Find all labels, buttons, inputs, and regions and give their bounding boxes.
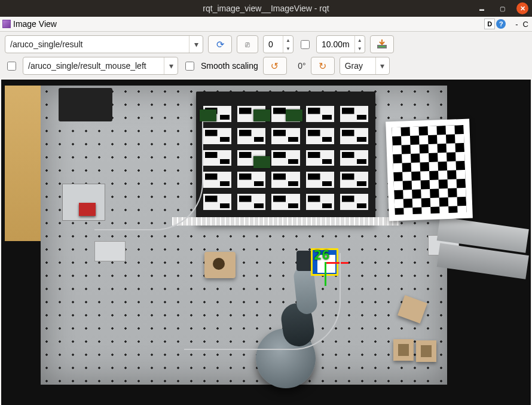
plugin-titlebar: Image View D ? - C — [0, 17, 532, 32]
wooden-desk — [5, 86, 41, 241]
window-title: rqt_image_view__ImageView - rqt — [0, 4, 532, 13]
rotate-cw-icon: ↻ — [319, 60, 326, 72]
aruco-tag — [271, 172, 299, 188]
color-mode-value: Gray — [340, 61, 375, 71]
toolbar: /aruco_single/result ▾ ⟳ ⎚ 0 ▲ ▼ 10.00m — [0, 32, 532, 78]
content-area: Image View D ? - C /aruco_single/result … — [0, 17, 532, 405]
window-titlebar: rqt_image_view__ImageView - rqt — [0, 0, 532, 17]
help-icon[interactable]: ? — [496, 19, 506, 29]
buffer-spin[interactable]: 0 ▲ ▼ — [263, 35, 293, 53]
wooden-block — [416, 340, 436, 362]
buffer-step-up[interactable]: ▲ — [283, 36, 293, 44]
aruco-tag — [237, 128, 265, 144]
image-view: 26 — [0, 78, 532, 405]
pause-icon: ⎚ — [245, 40, 250, 49]
topic-combo[interactable]: /aruco_single/result ▾ — [5, 35, 203, 53]
smooth-scaling-checkbox[interactable] — [185, 62, 194, 71]
calibration-checkerboard — [386, 119, 473, 221]
plugin-title-left: Image View — [2, 19, 57, 29]
aruco-tray — [196, 92, 375, 223]
aruco-tag — [203, 172, 231, 188]
aruco-tag — [306, 128, 334, 144]
aruco-tag — [237, 194, 265, 210]
aruco-tag — [271, 128, 299, 144]
aruco-tag — [340, 106, 368, 122]
aruco-tag — [340, 194, 368, 210]
plugin-logo-icon — [2, 20, 11, 28]
aruco-tag — [237, 172, 265, 188]
camera-scene: 26 — [5, 86, 527, 385]
aruco-tag — [306, 106, 334, 122]
checker-pattern — [392, 125, 466, 215]
chevron-down-icon: ▾ — [189, 36, 203, 53]
toolbar-row-1: /aruco_single/result ▾ ⟳ ⎚ 0 ▲ ▼ 10.00m — [5, 35, 527, 53]
buffer-value: 0 — [264, 39, 283, 49]
window-close-button[interactable] — [516, 2, 528, 14]
aruco-tag — [203, 150, 231, 166]
cutting-mat-ruler — [172, 217, 399, 226]
refresh-button[interactable]: ⟳ — [208, 35, 232, 53]
red-connector — [79, 203, 96, 216]
window-buttons — [476, 2, 532, 14]
plugin-title: Image View — [13, 19, 57, 29]
toolbar-row-2: /aruco_single/result_mouse_left ▾ Smooth… — [5, 57, 527, 75]
chevron-down-icon: ▾ — [164, 57, 178, 74]
pcb-board — [253, 109, 270, 121]
aruco-tag — [271, 150, 299, 166]
aruco-tag — [306, 194, 334, 210]
aruco-tag — [306, 150, 334, 166]
aruco-tag — [340, 150, 368, 166]
mouse-topic-combo[interactable]: /aruco_single/result_mouse_left ▾ — [23, 57, 178, 75]
pcb-board — [200, 109, 216, 121]
refresh-icon: ⟳ — [216, 39, 224, 50]
window-minimize-button[interactable] — [476, 2, 488, 14]
publish-mouse-checkbox[interactable] — [7, 62, 16, 71]
plugin-minimize-button[interactable]: - — [513, 20, 520, 29]
aruco-tag — [306, 172, 334, 188]
window-maximize-button[interactable] — [496, 2, 508, 14]
freeze-button[interactable]: ⎚ — [237, 35, 258, 53]
plugin-title-right: D ? - C — [484, 19, 530, 29]
aruco-tag — [271, 194, 299, 210]
camera-fixture — [59, 88, 112, 121]
range-step-down[interactable]: ▼ — [355, 44, 365, 53]
clamp-left — [94, 241, 126, 261]
aruco-grid — [203, 106, 368, 210]
smooth-scaling-label: Smooth scaling — [201, 61, 258, 71]
rotate-cw-button[interactable]: ↻ — [311, 57, 335, 75]
svg-rect-1 — [378, 46, 386, 47]
aruco-tag — [203, 194, 231, 210]
range-spin[interactable]: 10.00m ▲ ▼ — [316, 35, 365, 53]
chevron-down-icon: ▾ — [375, 57, 389, 74]
rotate-ccw-icon: ↻ — [271, 60, 279, 72]
rotation-label: 0° — [292, 61, 306, 71]
buffer-steppers: ▲ ▼ — [283, 36, 293, 53]
plugin-undock-button[interactable]: C — [522, 20, 530, 29]
image-frame[interactable]: 26 — [1, 80, 531, 405]
range-steppers: ▲ ▼ — [354, 36, 365, 53]
mouse-topic-value: /aruco_single/result_mouse_left — [23, 61, 164, 71]
save-button[interactable] — [370, 35, 394, 53]
wooden-block — [393, 339, 414, 361]
topic-combo-value: /aruco_single/result — [5, 39, 189, 49]
dynamic-range-checkbox[interactable] — [301, 40, 310, 49]
aruco-tag — [340, 128, 368, 144]
range-step-up[interactable]: ▲ — [355, 36, 365, 44]
cable — [94, 121, 203, 230]
cable — [184, 253, 341, 350]
pcb-board — [286, 109, 302, 121]
rotate-ccw-button[interactable]: ↻ — [263, 57, 287, 75]
buffer-step-down[interactable]: ▼ — [283, 44, 293, 53]
aruco-tag — [340, 172, 368, 188]
save-icon — [377, 39, 387, 49]
pcb-board — [253, 156, 270, 168]
dock-badge[interactable]: D — [484, 19, 495, 29]
color-mode-combo[interactable]: Gray ▾ — [340, 57, 390, 75]
aruco-tag — [203, 128, 231, 144]
range-value: 10.00m — [317, 39, 354, 49]
